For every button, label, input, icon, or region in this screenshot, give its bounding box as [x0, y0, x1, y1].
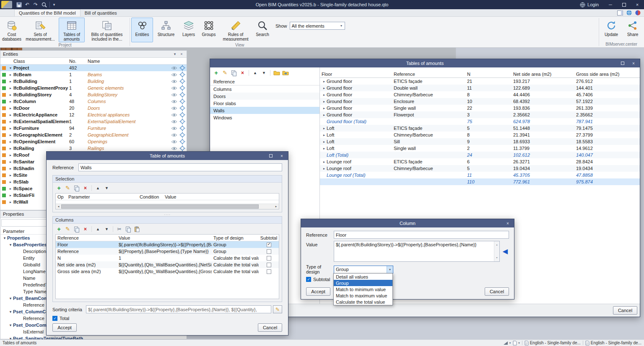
close-button[interactable]: ×: [628, 60, 639, 67]
locate-target-icon[interactable]: [178, 119, 187, 124]
expand-chevron-icon[interactable]: [8, 113, 13, 117]
online-globe-icon[interactable]: [626, 10, 632, 15]
expand-chevron-icon[interactable]: [8, 147, 13, 150]
table-row[interactable]: Loft ETICS façade 5 51.1448 79.1475: [320, 125, 640, 132]
entity-row[interactable]: IfcBuildingElementProxy 1 Generic elemen…: [0, 85, 187, 91]
sheet-tool-button[interactable]: ▾: [513, 341, 520, 346]
locate-target-icon[interactable]: [178, 98, 187, 104]
close-button[interactable]: ×: [503, 220, 513, 227]
expand-chevron-icon[interactable]: [322, 86, 327, 90]
expand-chevron-icon[interactable]: [2, 236, 7, 240]
expand-chevron-icon[interactable]: [8, 140, 13, 144]
scrollbar-thumb[interactable]: [61, 204, 259, 209]
scroll-up-icon[interactable]: ▴: [496, 242, 497, 248]
expand-chevron-icon[interactable]: [8, 73, 13, 77]
expand-chevron-icon[interactable]: [8, 153, 13, 157]
cost-databases-button[interactable]: Cost databases: [2, 18, 22, 42]
scroll-left-icon[interactable]: ◂: [56, 205, 61, 208]
copy-icon[interactable]: [125, 225, 132, 232]
entity-row[interactable]: IfcExternalSpatialElement 1 ExternalSpat…: [0, 118, 187, 125]
expand-chevron-icon[interactable]: [322, 106, 327, 110]
expand-chevron-icon[interactable]: [322, 133, 327, 137]
save-icon[interactable]: [15, 0, 23, 9]
delete-icon[interactable]: ×: [82, 184, 89, 191]
accept-button[interactable]: Accept: [306, 287, 330, 296]
visibility-eye-icon[interactable]: [170, 100, 178, 103]
table-row[interactable]: 110 772.961 975.874: [320, 178, 640, 185]
edit-icon[interactable]: ✎: [64, 184, 71, 191]
expand-chevron-icon[interactable]: [322, 147, 327, 150]
rules-of-measurement-button[interactable]: Rules of measurement: [219, 18, 252, 42]
move-down-icon[interactable]: ▼: [260, 69, 267, 76]
table-row[interactable]: Ground floor Flowerpot 3 2.35662 2.35662: [320, 111, 640, 118]
delete-icon[interactable]: ×: [239, 69, 246, 76]
table-row[interactable]: Lounge roof ETICS façade 6 26.3271 28.84…: [320, 158, 640, 165]
visibility-eye-icon[interactable]: [170, 140, 178, 144]
table-row[interactable]: Ground floor Chimney/Barbecue 8 44.4406 …: [320, 91, 640, 98]
locate-target-icon[interactable]: [178, 145, 187, 151]
expand-chevron-icon[interactable]: [8, 200, 13, 204]
locate-target-icon[interactable]: [178, 72, 187, 77]
list-item[interactable]: Doors: [210, 93, 319, 100]
visibility-eye-icon[interactable]: [170, 106, 178, 110]
close-button[interactable]: ×: [631, 0, 644, 9]
visibility-eye-icon[interactable]: [170, 113, 178, 117]
table-row[interactable]: Ground floor Double wall 11 122.689 144.…: [320, 85, 640, 91]
expand-chevron-icon[interactable]: [322, 167, 327, 170]
help-sphere-icon[interactable]: [635, 10, 641, 15]
subtotal-checkbox[interactable]: [267, 243, 271, 247]
entity-row[interactable]: IfcOpeningElement 60 Openings: [0, 138, 187, 145]
table-row[interactable]: Loft Chimney/Barbecue 8 21.3941 27.3799: [320, 132, 640, 138]
cut-icon[interactable]: ✂: [116, 225, 123, 232]
dropdown-option[interactable]: Match to maximum value: [334, 292, 392, 299]
duplicate-icon[interactable]: [73, 225, 80, 232]
entity-row[interactable]: IfcFurniture 94 Furniture: [0, 125, 187, 132]
login-button[interactable]: Login: [575, 2, 604, 8]
table-row[interactable]: Loft (Total) 24 102.612 140.047: [320, 152, 640, 158]
share-button[interactable]: Share: [623, 18, 642, 41]
scroll-down-icon[interactable]: ▾: [496, 255, 497, 261]
add-icon[interactable]: +: [213, 69, 220, 76]
expand-chevron-icon[interactable]: [8, 120, 13, 124]
entity-row[interactable]: IfcBuilding 1 Building: [0, 78, 187, 85]
value-textarea[interactable]: ${.parent(IfcBuildingStorey)}->${{Proper…: [334, 241, 500, 262]
visibility-eye-icon[interactable]: [170, 133, 178, 137]
visibility-eye-icon[interactable]: [170, 80, 178, 83]
locate-target-icon[interactable]: [178, 139, 187, 145]
dropdown-option[interactable]: Detail all values: [334, 274, 392, 280]
dropdown-option[interactable]: Group: [334, 280, 392, 286]
column-row[interactable]: N 1 Calculate the total value: [56, 255, 279, 261]
column-row[interactable]: Floor ${.parent(IfcBuildingStorey)}->${{…: [56, 241, 279, 248]
entity-row[interactable]: IfcBeam 1 Beams: [0, 71, 187, 78]
entity-row[interactable]: IfcElectricAppliance 12 Electrical appli…: [0, 111, 187, 118]
reference-input[interactable]: [78, 163, 282, 171]
entity-row[interactable]: IfcBuildingStorey 4 BuildingStorey: [0, 91, 187, 98]
add-icon[interactable]: +: [55, 225, 62, 232]
delete-icon[interactable]: ×: [82, 225, 89, 232]
locate-target-icon[interactable]: [178, 78, 187, 84]
entity-row[interactable]: IfcRailing 3 Railings: [0, 145, 187, 152]
horizontal-scrollbar[interactable]: ◂ ▸: [56, 204, 279, 209]
move-down-icon[interactable]: ▼: [103, 184, 110, 191]
bills-of-quantities-button[interactable]: Bills of quantities included in the...: [86, 18, 128, 42]
type-of-design-select[interactable]: Group ▾: [334, 266, 393, 274]
tab-quantities-bim-model[interactable]: Quantities of the BIM model: [14, 9, 80, 16]
table-row[interactable]: Loft Single wall 2 11.3799 14.9612: [320, 145, 640, 152]
add-icon[interactable]: +: [55, 184, 62, 191]
scale-tool-button[interactable]: ▾: [503, 341, 511, 345]
expand-chevron-icon[interactable]: [8, 323, 13, 327]
reference-input[interactable]: [334, 231, 509, 239]
import-folder-icon[interactable]: [273, 69, 280, 76]
expand-chevron-icon[interactable]: [8, 86, 13, 90]
scrollbar-track[interactable]: [61, 204, 273, 209]
expand-chevron-icon[interactable]: [8, 243, 13, 247]
visibility-eye-icon[interactable]: [170, 73, 178, 77]
visibility-eye-icon[interactable]: [170, 93, 178, 97]
locate-target-icon[interactable]: [178, 85, 187, 91]
tables-of-amounts-button[interactable]: Tables of amounts: [59, 18, 85, 42]
column-row[interactable]: Reference ${{Property},{BaseProperties},…: [56, 248, 279, 255]
move-up-icon[interactable]: ▲: [94, 184, 101, 191]
subtotal-checkbox[interactable]: [267, 249, 271, 254]
expand-chevron-icon[interactable]: [8, 106, 13, 110]
table-row[interactable]: Loft Sill 9 18.6933 18.5583: [320, 138, 640, 145]
